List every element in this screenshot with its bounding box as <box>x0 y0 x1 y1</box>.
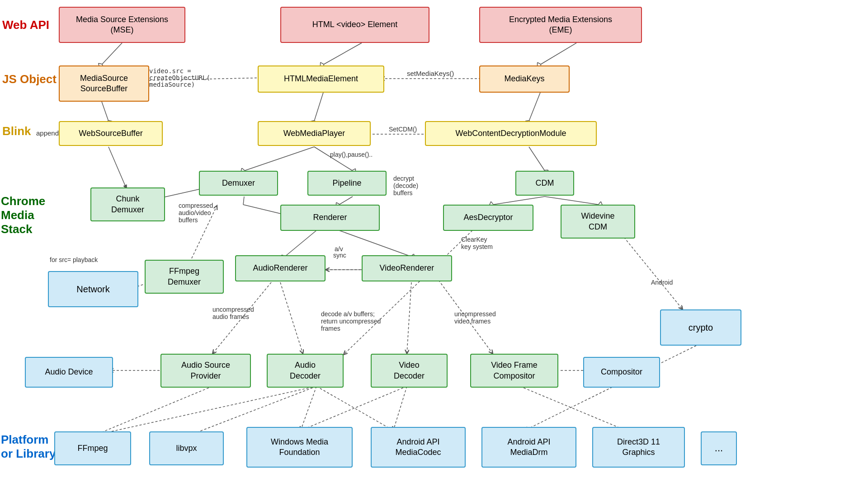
svg-text:return uncompressed: return uncompressed <box>321 318 381 325</box>
svg-text:sync: sync <box>333 252 346 259</box>
box-android-mediacodec: Android APIMediaCodec <box>371 427 466 468</box>
svg-text:buffers: buffers <box>179 216 198 224</box>
svg-line-6 <box>529 93 540 121</box>
svg-line-5 <box>314 93 323 121</box>
box-audio-renderer: AudioRenderer <box>235 255 326 281</box>
box-compositor: Compositor <box>583 357 660 388</box>
box-ffmpeg-demuxer: FFmpegDemuxer <box>145 260 224 294</box>
svg-line-27 <box>339 197 353 205</box>
svg-line-4 <box>102 102 108 121</box>
svg-line-14 <box>108 147 127 189</box>
svg-line-3 <box>540 43 576 65</box>
svg-line-54 <box>344 230 472 355</box>
box-video-renderer: VideoRenderer <box>362 255 452 281</box>
box-webcontentdecryption: WebContentDecryptionModule <box>425 121 597 146</box>
svg-text:video.src =: video.src = <box>149 67 191 75</box>
svg-line-34 <box>339 230 411 257</box>
layer-platform: Platformor Library <box>1 433 56 461</box>
layer-js-object: JS Object <box>2 72 57 86</box>
svg-line-47 <box>407 282 411 354</box>
box-cdm: CDM <box>515 171 574 196</box>
svg-line-69 <box>95 386 212 435</box>
svg-line-67 <box>520 386 626 431</box>
box-android-mediadrm: Android APIMediaDrm <box>481 427 576 468</box>
svg-line-46 <box>280 282 303 354</box>
svg-text:ClearKey: ClearKey <box>461 236 487 243</box>
svg-text:uncompressed: uncompressed <box>212 306 254 313</box>
svg-text:SetCDM(): SetCDM() <box>389 126 417 133</box>
svg-text:audio frames: audio frames <box>212 313 249 320</box>
svg-text:buffers: buffers <box>393 189 413 197</box>
svg-text:setMediaKeys(): setMediaKeys() <box>407 70 454 77</box>
box-ellipsis: ... <box>701 431 737 465</box>
box-renderer: Renderer <box>280 205 380 231</box>
box-video-decoder: VideoDecoder <box>371 354 448 388</box>
svg-line-63 <box>301 386 316 431</box>
box-direct3d: Direct3D 11Graphics <box>592 427 685 468</box>
box-widevine-cdm: WidevineCDM <box>561 205 635 239</box>
box-libvpx: libvpx <box>149 431 224 465</box>
box-ffmpeg: FFmpeg <box>54 431 131 465</box>
box-mediasource: MediaSourceSourceBuffer <box>59 66 149 102</box>
box-demuxer: Demuxer <box>199 171 278 196</box>
svg-line-17 <box>529 147 545 171</box>
box-aesdecryptor: AesDecryptor <box>443 205 533 231</box>
svg-line-22 <box>243 197 244 205</box>
svg-text:key system: key system <box>461 243 493 250</box>
svg-line-65 <box>301 386 407 431</box>
svg-text:video frames: video frames <box>454 318 491 325</box>
svg-line-64 <box>316 386 393 431</box>
svg-line-7 <box>145 78 266 80</box>
svg-line-16 <box>314 147 353 171</box>
svg-text:for src= playback: for src= playback <box>50 256 98 263</box>
svg-line-66 <box>393 386 407 431</box>
layer-web-api: Web API <box>2 18 49 32</box>
svg-text:audio/video: audio/video <box>179 209 211 216</box>
box-windows-media: Windows MediaFoundation <box>246 427 353 468</box>
box-pipeline: Pipeline <box>307 171 387 196</box>
box-audio-decoder: AudioDecoder <box>267 354 344 388</box>
svg-line-48 <box>439 280 493 354</box>
svg-line-33 <box>285 230 316 257</box>
svg-text:decrypt: decrypt <box>393 175 414 182</box>
layer-chrome-media: ChromeMediaStack <box>1 194 45 237</box>
svg-text:frames: frames <box>321 325 340 332</box>
svg-line-55 <box>624 237 683 309</box>
svg-line-2 <box>323 43 362 65</box>
svg-line-15 <box>244 147 314 171</box>
svg-text:(decode): (decode) <box>393 182 418 189</box>
svg-line-28 <box>493 197 545 205</box>
svg-text:play(),pause()..: play(),pause().. <box>330 151 373 158</box>
box-audio-source-provider: Audio SourceProvider <box>160 354 251 388</box>
box-websourcebuffer: WebSourceBuffer <box>59 121 163 146</box>
svg-text:compressed: compressed <box>179 202 213 209</box>
layer-blink: Blink <box>2 124 31 138</box>
svg-line-29 <box>545 197 599 205</box>
box-network: Network <box>48 271 138 307</box>
svg-line-1 <box>102 43 122 65</box>
svg-text:uncompressed: uncompressed <box>454 310 496 318</box>
box-crypto: crypto <box>660 309 741 346</box>
svg-text:Android: Android <box>651 279 673 286</box>
box-eme: Encrypted Media Extensions(EME) <box>479 7 642 43</box>
box-video-frame-compositor: Video FrameCompositor <box>470 354 558 388</box>
svg-text:createObjectURL(: createObjectURL( <box>149 74 210 81</box>
box-audio-device: Audio Device <box>25 357 113 388</box>
svg-text:decode a/v buffers;: decode a/v buffers; <box>321 310 375 318</box>
box-mediakeys: MediaKeys <box>479 66 570 93</box>
box-webmediaplayer: WebMediaPlayer <box>258 121 371 146</box>
box-mse: Media Source Extensions(MSE) <box>59 7 185 43</box>
box-htmlmediaelement: HTMLMediaElement <box>258 66 384 93</box>
box-chunk-demuxer: ChunkDemuxer <box>90 187 165 221</box>
svg-text:mediaSource): mediaSource) <box>149 81 195 88</box>
svg-line-41 <box>190 206 217 262</box>
svg-text:a/v: a/v <box>335 245 343 253</box>
box-html-video: HTML <video> Element <box>280 7 429 43</box>
diagram-container: Web API JS Object Blink ChromeMediaStack… <box>0 0 868 487</box>
